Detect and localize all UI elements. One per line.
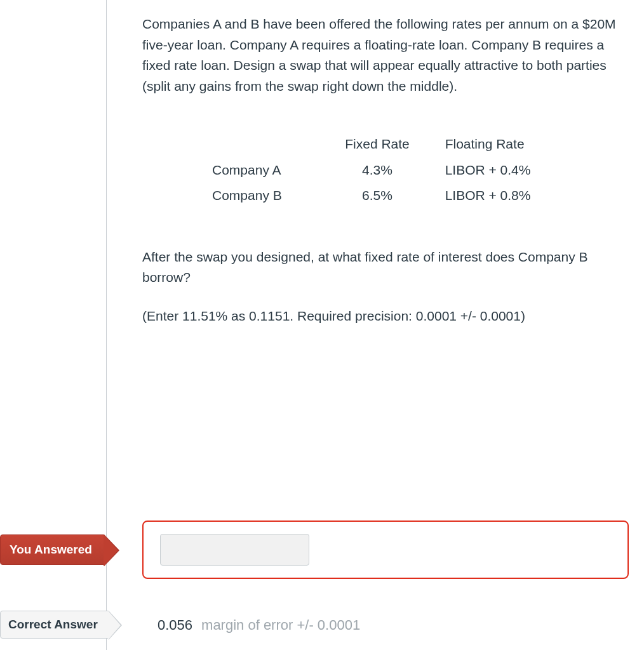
margin-of-error-text: margin of error +/- 0.0001 xyxy=(201,614,360,636)
table-cell-fixed: 4.3% xyxy=(322,157,432,183)
you-answered-badge: You Answered xyxy=(0,534,104,565)
table-header-floating: Floating Rate xyxy=(433,131,555,157)
question-precision: (Enter 11.51% as 0.1151. Required precis… xyxy=(142,306,625,327)
table-cell-floating: LIBOR + 0.4% xyxy=(433,157,555,183)
correct-answer-value: 0.056 xyxy=(158,614,192,636)
table-cell-fixed: 6.5% xyxy=(322,183,432,209)
question-content: Companies A and B have been offered the … xyxy=(142,14,625,361)
answer-area: You Answered Correct Answer 0.056 margin… xyxy=(0,521,644,557)
table-cell-label: Company A xyxy=(212,157,322,183)
you-answered-row: You Answered xyxy=(0,521,644,557)
table-cell-floating: LIBOR + 0.8% xyxy=(433,183,555,209)
user-answer-box xyxy=(142,521,629,579)
question-followup: After the swap you designed, at what fix… xyxy=(142,247,625,288)
correct-answer-value-wrap: 0.056 margin of error +/- 0.0001 xyxy=(158,614,360,636)
table-row: Company A 4.3% LIBOR + 0.4% xyxy=(212,157,555,183)
rates-table: Fixed Rate Floating Rate Company A 4.3% … xyxy=(212,131,555,209)
correct-answer-row: Correct Answer 0.056 margin of error +/-… xyxy=(0,611,629,642)
question-intro: Companies A and B have been offered the … xyxy=(142,14,625,96)
table-header-blank xyxy=(212,131,322,157)
user-answer-input[interactable] xyxy=(160,534,309,566)
table-header-fixed: Fixed Rate xyxy=(322,131,432,157)
correct-answer-badge: Correct Answer xyxy=(0,611,109,639)
table-header-row: Fixed Rate Floating Rate xyxy=(212,131,555,157)
table-cell-label: Company B xyxy=(212,183,322,209)
table-row: Company B 6.5% LIBOR + 0.8% xyxy=(212,183,555,209)
